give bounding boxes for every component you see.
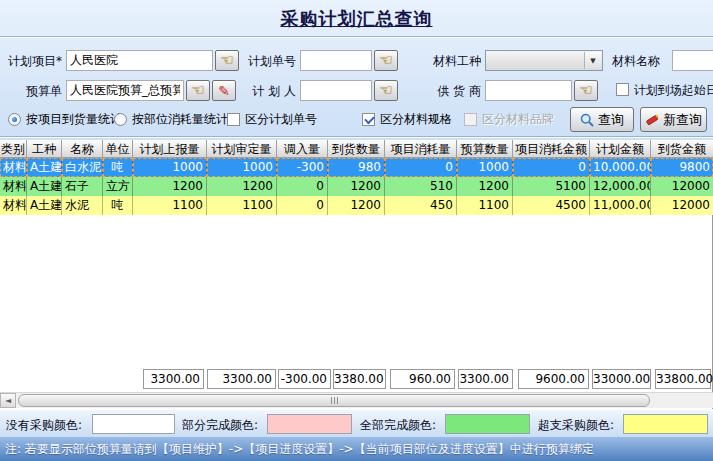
table-cell[interactable]: 980 [328, 158, 385, 177]
table-cell[interactable]: 水泥 [62, 196, 103, 215]
budget-input[interactable] [66, 80, 184, 101]
table-row[interactable]: 材料 A土建 石子 立方 1200 1200 0 1200 510 1200 5… [0, 177, 713, 196]
plan-no-input[interactable] [300, 50, 372, 71]
radio-selected-icon[interactable] [8, 113, 21, 126]
table-cell[interactable]: 1000 [457, 158, 513, 177]
option-split-material-spec[interactable]: 区分材料规格 [362, 111, 452, 128]
table-cell[interactable]: 0 [385, 158, 457, 177]
checkbox-checked-icon[interactable] [362, 113, 375, 126]
table-cell[interactable]: 吨 [103, 196, 133, 215]
search-icon [580, 113, 594, 127]
query-button[interactable]: 查询 [570, 107, 634, 132]
divider-top [0, 36, 713, 38]
column-header[interactable]: 名称 [62, 140, 103, 158]
option-label: 按项目到货量统计 [26, 111, 122, 128]
total-plan-amount: 33000.00 [592, 369, 651, 389]
table-cell[interactable]: 10,000.00 [590, 158, 651, 177]
column-header[interactable]: 项目消耗量 [385, 140, 457, 158]
plan-no-picker-button[interactable]: ☜ [374, 50, 398, 71]
legend-label: 部分完成颜色: [182, 417, 258, 433]
table-cell[interactable]: 510 [385, 177, 457, 196]
table-cell[interactable]: 4500 [513, 196, 590, 215]
table-cell[interactable]: 1000 [133, 158, 207, 177]
table-cell[interactable]: 1200 [457, 177, 513, 196]
scrollbar-thumb[interactable] [18, 394, 650, 407]
status-note-bar: 注: 若要显示部位预算量请到【项目维护】->【项目进度设置】->【当前项目部位及… [0, 437, 713, 461]
table-cell[interactable]: 0 [513, 158, 590, 177]
column-header[interactable]: 计划上报量 [133, 140, 207, 158]
table-cell[interactable]: 材料 [0, 177, 27, 196]
table-cell[interactable]: 1200 [328, 177, 385, 196]
plan-project-picker-button[interactable]: ☜ [215, 50, 239, 71]
option-split-plan-no[interactable]: 区分计划单号 [227, 111, 317, 128]
supplier-input[interactable] [485, 80, 572, 101]
arrival-start-option[interactable]: 计划到场起始日 [616, 81, 713, 98]
column-header[interactable]: 到货数量 [328, 140, 385, 158]
radio-icon[interactable] [114, 113, 127, 126]
table-cell[interactable]: 石子 [62, 177, 103, 196]
total-plan-approved: 3300.00 [207, 369, 276, 389]
plan-project-input[interactable] [66, 50, 213, 71]
table-cell[interactable]: -300 [277, 158, 328, 177]
table-row-selected[interactable]: 材料 A土建 白水泥 吨 1000 1000 -300 980 0 1000 0… [0, 158, 713, 177]
budget-picker-button[interactable]: ☜ [186, 80, 210, 101]
planner-input[interactable] [300, 80, 372, 101]
table-cell[interactable]: 1100 [133, 196, 207, 215]
arrival-start-checkbox[interactable] [616, 83, 629, 96]
table-cell[interactable]: 吨 [103, 158, 133, 177]
budget-edit-button[interactable]: ✎ [212, 80, 236, 101]
scroll-left-arrow-icon[interactable]: ◄ [0, 393, 16, 408]
table-cell[interactable]: 9800 [651, 158, 713, 177]
supplier-picker-button[interactable]: ☜ [574, 80, 598, 101]
total-project-consumed: 960.00 [390, 369, 455, 389]
table-cell[interactable]: 1200 [207, 177, 277, 196]
new-query-button[interactable]: 新查询 [640, 107, 707, 132]
table-cell[interactable]: 白水泥 [62, 158, 103, 177]
column-header[interactable]: 类别 [0, 140, 27, 158]
table-cell[interactable]: A土建 [27, 158, 62, 177]
option-by-project-arrival[interactable]: 按项目到货量统计 [8, 111, 122, 128]
table-cell[interactable]: 1100 [457, 196, 513, 215]
divider-form [0, 136, 713, 138]
table-cell[interactable]: 1100 [207, 196, 277, 215]
column-header[interactable]: 工种 [27, 140, 62, 158]
table-cell[interactable]: 材料 [0, 158, 27, 177]
query-button-label: 查询 [598, 111, 624, 129]
table-cell[interactable]: 5100 [513, 177, 590, 196]
checkbox-icon[interactable] [227, 113, 240, 126]
table-cell[interactable]: 12,000.00 [590, 177, 651, 196]
column-header[interactable]: 到货金额 [651, 140, 713, 158]
column-header[interactable]: 计划审定量 [207, 140, 277, 158]
option-by-part-consumption[interactable]: 按部位消耗量统计 [114, 111, 228, 128]
total-budget-qty: 3300.00 [458, 369, 513, 389]
table-cell[interactable]: 12000 [651, 196, 713, 215]
column-header[interactable]: 调入量 [277, 140, 328, 158]
hand-picker-icon: ☜ [191, 83, 204, 98]
table-cell[interactable]: 12000 [651, 177, 713, 196]
column-header[interactable]: 单位 [103, 140, 133, 158]
table-row[interactable]: 材料 A土建 水泥 吨 1100 1100 0 1200 450 1100 45… [0, 196, 713, 215]
table-cell[interactable]: A土建 [27, 177, 62, 196]
chevron-down-icon[interactable]: ▼ [584, 52, 601, 69]
table-cell[interactable]: 1200 [328, 196, 385, 215]
column-header[interactable]: 计划金额 [590, 140, 651, 158]
table-cell[interactable]: 0 [277, 177, 328, 196]
planner-picker-button[interactable]: ☜ [374, 80, 398, 101]
table-cell[interactable]: 1200 [133, 177, 207, 196]
column-header[interactable]: 预算数量 [457, 140, 513, 158]
horizontal-scrollbar[interactable]: ◄ [0, 392, 713, 408]
table-cell[interactable]: 0 [277, 196, 328, 215]
color-legend: 没有采购颜色: 部分完成颜色: 全部完成颜色: 超支采购颜色: [0, 409, 713, 437]
material-type-select[interactable]: ▼ [485, 50, 603, 71]
table-cell[interactable]: 立方 [103, 177, 133, 196]
table-cell[interactable]: 450 [385, 196, 457, 215]
table-cell[interactable]: 1000 [207, 158, 277, 177]
column-header[interactable]: 项目消耗金额 [513, 140, 590, 158]
material-name-input[interactable] [672, 50, 713, 71]
table-cell[interactable]: 11,000.00 [590, 196, 651, 215]
table-cell[interactable]: A土建 [27, 196, 62, 215]
material-name-label: 材料名称 [612, 53, 668, 69]
page-title: 采购计划汇总查询 [0, 7, 713, 31]
table-cell[interactable]: 材料 [0, 196, 27, 215]
plan-no-label: 计划单号 [246, 53, 296, 69]
